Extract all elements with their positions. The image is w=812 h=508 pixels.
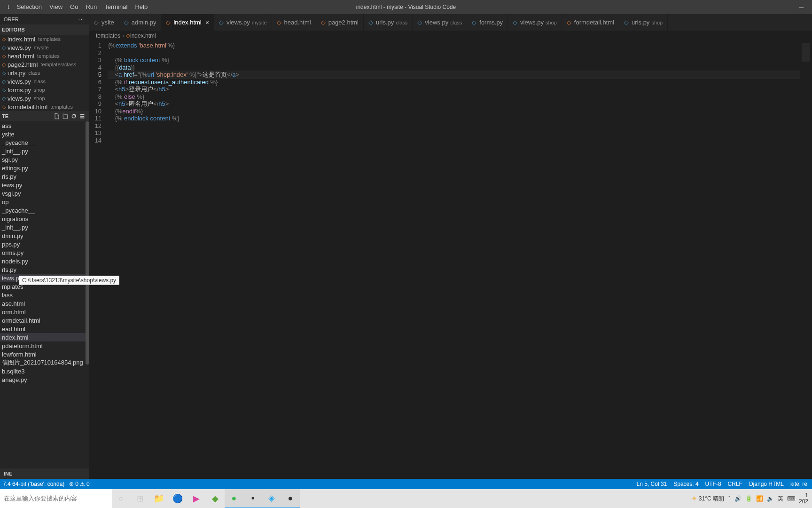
breadcrumb-segment[interactable]: templates (96, 32, 120, 39)
file-tree-item[interactable]: ndex.html (0, 333, 89, 341)
file-tree-item[interactable]: ysite (0, 130, 89, 138)
workspace-header[interactable]: TE (0, 111, 89, 121)
file-tree-item[interactable]: ead.html (0, 325, 89, 333)
open-editor-item[interactable]: ◇head.htmltemplates (0, 52, 89, 60)
file-tree-item[interactable]: vsgi.py (0, 189, 89, 198)
file-tree-item[interactable]: pps.py (0, 240, 89, 248)
tray-volume-icon[interactable]: 🔈 (767, 495, 774, 502)
ime-indicator[interactable]: 英 (778, 495, 783, 503)
file-tree-item[interactable]: nigrations (0, 214, 89, 223)
weather-widget[interactable]: ☀31°C 晴朗 (692, 495, 724, 503)
tray-app-icon[interactable]: 🔊 (734, 495, 742, 502)
indentation[interactable]: Spaces: 4 (673, 481, 698, 487)
open-editor-item[interactable]: ◇formdetail.htmltemplates (0, 103, 89, 111)
eol[interactable]: CRLF (728, 481, 742, 487)
code-content[interactable]: {%extends 'base.html'%} {% block content… (108, 41, 812, 479)
tab-head-html[interactable]: ◇head.html (272, 14, 316, 31)
file-tree-item[interactable]: _init__.py (0, 223, 89, 231)
clock[interactable]: 1 202 (799, 492, 808, 505)
new-folder-icon[interactable] (62, 113, 69, 119)
new-file-icon[interactable] (54, 113, 60, 119)
file-tree-item[interactable]: nodels.py (0, 257, 89, 265)
vscode-icon[interactable]: ◈ (262, 489, 281, 508)
file-tree-item[interactable]: _pycache__ (0, 138, 89, 147)
wechat-icon[interactable]: ● (225, 489, 243, 508)
windows-search[interactable]: 在这里输入你要搜索的内容 (0, 489, 112, 508)
menu-t[interactable]: t (4, 0, 13, 14)
cursor-position[interactable]: Ln 5, Col 31 (637, 481, 667, 487)
file-tree-item[interactable]: 信图片_20210710164854.png (0, 358, 89, 367)
language-mode[interactable]: Django HTML (749, 481, 784, 487)
menu-go[interactable]: Go (66, 0, 82, 14)
open-editors-header[interactable]: EDITORS (0, 24, 89, 35)
tray-chevron-icon[interactable]: ˄ (728, 495, 731, 502)
terminal-icon[interactable]: ▪ (243, 489, 262, 508)
file-tree-item[interactable]: ass (0, 121, 89, 130)
open-editor-item[interactable]: ◇page2.htmltemplates\class (0, 60, 89, 69)
file-tree-item[interactable]: iewform.html (0, 350, 89, 358)
file-explorer-icon[interactable]: 📁 (149, 489, 168, 508)
file-tree-item[interactable]: rls.py (0, 265, 89, 274)
file-tree-item[interactable]: _init__.py (0, 147, 89, 155)
kite-status[interactable]: kite: re (790, 481, 807, 487)
menu-view[interactable]: View (46, 0, 66, 14)
file-tree-item[interactable]: op (0, 198, 89, 206)
breadcrumb-segment[interactable]: index.html (130, 32, 156, 39)
python-interpreter[interactable]: 7.4 64-bit ('base': conda) (3, 481, 64, 487)
collapse-icon[interactable] (79, 113, 86, 119)
file-tree-item[interactable]: orms.py (0, 248, 89, 257)
file-tree-item[interactable]: _pycache__ (0, 206, 89, 214)
minimap[interactable] (800, 41, 812, 479)
open-editor-item[interactable]: ◇views.pyclass (0, 77, 89, 86)
file-tree-item[interactable]: orm.html (0, 308, 89, 316)
tab-formdetail-html[interactable]: ◇formdetail.html (562, 14, 619, 31)
tab-views-py[interactable]: ◇views.pyshop (508, 14, 562, 31)
tab-urls-py[interactable]: ◇urls.pyclass (364, 14, 413, 31)
open-editor-item[interactable]: ◇urls.pyclass (0, 69, 89, 77)
tab-index-html[interactable]: ◇index.html× (161, 14, 214, 31)
obs-icon[interactable]: ● (281, 489, 300, 508)
code-editor[interactable]: 1234567891011121314 {%extends 'base.html… (89, 41, 812, 479)
keyboard-icon[interactable]: ⌨ (787, 495, 795, 502)
file-tree-item[interactable]: rls.py (0, 172, 89, 181)
file-tree-item[interactable]: sgi.py (0, 155, 89, 164)
tab-forms-py[interactable]: ◇forms.py (467, 14, 508, 31)
tab-admin-py[interactable]: ◇admin.py (119, 14, 162, 31)
tray-battery-icon[interactable]: 🔋 (745, 495, 752, 502)
encoding[interactable]: UTF-8 (705, 481, 721, 487)
tab-views-py[interactable]: ◇views.pyclass (413, 14, 467, 31)
cortana-icon[interactable]: ○ (112, 489, 131, 508)
outline-header[interactable]: INE (0, 468, 89, 479)
tab-urls-py[interactable]: ◇urls.pyshop (619, 14, 668, 31)
more-icon[interactable]: ··· (78, 16, 86, 22)
problems-indicator[interactable]: ⊗0 ⚠0 (69, 481, 89, 487)
breadcrumb[interactable]: templates›◇ index.html (89, 31, 812, 41)
open-editor-item[interactable]: ◇views.pyshop (0, 94, 89, 103)
file-tree-item[interactable]: pdateform.html (0, 341, 89, 350)
file-tree-item[interactable]: ormdetail.html (0, 316, 89, 325)
menu-run[interactable]: Run (82, 0, 101, 14)
open-editor-item[interactable]: ◇index.htmltemplates (0, 35, 89, 43)
file-tree-item[interactable]: lass (0, 291, 89, 299)
task-view-icon[interactable]: ⊞ (131, 489, 149, 508)
file-tree-item[interactable]: ase.html (0, 299, 89, 308)
chrome-icon[interactable]: 🔵 (168, 489, 187, 508)
open-editor-item[interactable]: ◇views.pymysite (0, 43, 89, 52)
sidebar-scrollbar[interactable] (86, 121, 89, 365)
pycharm-icon[interactable]: ◆ (206, 489, 225, 508)
menu-help[interactable]: Help (131, 0, 151, 14)
file-tree-item[interactable]: anage.py (0, 375, 89, 384)
close-icon[interactable]: × (205, 19, 209, 26)
open-editor-item[interactable]: ◇forms.pyshop (0, 86, 89, 94)
tray-wifi-icon[interactable]: 📶 (756, 495, 763, 502)
menu-terminal[interactable]: Terminal (101, 0, 131, 14)
minimize-button[interactable]: ─ (791, 0, 812, 14)
refresh-icon[interactable] (70, 113, 77, 119)
file-tree-item[interactable]: ettings.py (0, 164, 89, 172)
menu-selection[interactable]: Selection (13, 0, 46, 14)
file-tree-item[interactable]: b.sqlite3 (0, 367, 89, 375)
tab-page2-html[interactable]: ◇page2.html (316, 14, 364, 31)
file-tree-item[interactable]: iews.py (0, 181, 89, 189)
tab-ysite[interactable]: ◇ysite (89, 14, 119, 31)
file-tree-item[interactable]: dmin.py (0, 231, 89, 240)
